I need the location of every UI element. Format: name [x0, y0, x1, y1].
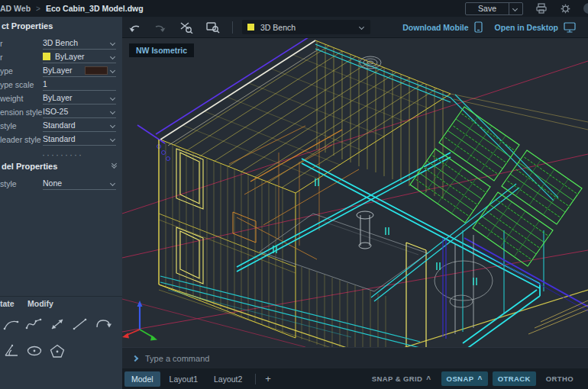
revision-cloud-tool-icon[interactable] [94, 317, 112, 332]
tab-layout1[interactable]: Layout1 [163, 371, 205, 387]
save-button[interactable]: Save [466, 3, 509, 14]
polygon-tool-icon[interactable] [48, 343, 66, 358]
property-row-linetype-scale[interactable]: ype scale 1 [0, 78, 122, 92]
settings-gear-icon[interactable] [560, 3, 571, 14]
chevron-down-icon [359, 24, 364, 30]
breadcrumb-app[interactable]: AD Web [0, 4, 31, 13]
ellipse-tool-icon[interactable] [25, 343, 44, 358]
central-wall-studs [315, 41, 588, 199]
top-bar: AD Web > Eco Cabin_3D Model.dwg Save [0, 0, 588, 17]
breadcrumb-filename[interactable]: Eco Cabin_3D Model.dwg [46, 4, 144, 13]
chevron-down-icon [110, 53, 115, 59]
chevron-down-icon [110, 180, 115, 185]
property-row-layer[interactable]: r 3D Bench [0, 37, 122, 50]
save-split-button: Save [465, 2, 523, 15]
chevron-down-icon [110, 67, 115, 72]
drawing-viewport[interactable]: NW Isometric [122, 38, 588, 347]
property-row-lineweight[interactable]: weight ByLayer [0, 92, 122, 105]
solar-panels [410, 107, 588, 311]
tab-model[interactable]: Model [124, 371, 160, 387]
property-row-color[interactable]: r ByLayer [0, 50, 122, 64]
toggle-snap-grid[interactable]: SNAP & GRID ^ [367, 371, 437, 386]
save-dropdown-button[interactable] [509, 3, 522, 14]
panel-drag-handle[interactable]: ········· [42, 149, 83, 160]
chevron-down-icon [110, 108, 115, 114]
properties-panel: ct Properties r 3D Bench r ByLayer ype B… [0, 17, 122, 389]
tab-annotate[interactable]: tate [0, 299, 15, 308]
property-row-text-style[interactable]: style Standard [0, 119, 122, 133]
command-input-placeholder[interactable]: Type a command [145, 354, 209, 363]
command-bar[interactable]: Type a command [122, 347, 588, 368]
tab-modify[interactable]: Modify [27, 299, 53, 308]
status-bar: Model Layout1 Layout2 + SNAP & GRID ^ OS… [122, 368, 588, 389]
layer-color-swatch [247, 24, 254, 31]
property-row-multileader-style[interactable]: leader style Standard [0, 133, 122, 146]
arc-tool-icon[interactable] [2, 317, 21, 332]
download-mobile-link[interactable]: Download Mobile [402, 21, 482, 33]
white-details [260, 56, 493, 334]
chevron-down-icon [110, 136, 115, 141]
wireframe-drawing [122, 38, 588, 347]
front-wall-studs [159, 243, 588, 347]
breadcrumb-separator: > [36, 5, 40, 13]
toggle-osnap[interactable]: OSNAP ^ [441, 371, 488, 386]
west-wall [159, 140, 296, 338]
panel-hatch [415, 113, 578, 260]
model-properties-title: del Properties [2, 162, 57, 171]
roof-frame [137, 38, 451, 193]
collapse-section-icon[interactable] [112, 163, 116, 168]
linetype-swatch [85, 66, 108, 75]
layer-dropdown[interactable]: 3D Bench [242, 20, 370, 34]
spline-tool-icon[interactable] [25, 317, 44, 332]
drawing-toolbar: 3D Bench Download Mobile Open in Desktop [122, 17, 588, 38]
measure-tool-icon[interactable] [48, 317, 66, 332]
desktop-monitor-icon [564, 22, 576, 33]
color-swatch [43, 53, 50, 60]
account-avatar[interactable] [583, 3, 588, 14]
undo-icon[interactable] [128, 22, 141, 33]
redo-icon[interactable] [153, 22, 166, 33]
autocad-web-app: AD Web > Eco Cabin_3D Model.dwg Save [0, 0, 588, 389]
tab-layout2[interactable]: Layout2 [207, 371, 249, 387]
layer-dropdown-value: 3D Bench [260, 23, 360, 32]
zoom-extents-icon[interactable] [179, 21, 193, 34]
mobile-phone-icon [474, 21, 483, 33]
caret-up-icon: ^ [477, 375, 482, 384]
caret-up-icon: ^ [426, 375, 431, 384]
object-properties-title: ct Properties [2, 21, 53, 31]
property-row-linetype[interactable]: ype ByLayer [0, 64, 122, 78]
chevron-down-icon [110, 122, 115, 127]
add-layout-button[interactable]: + [260, 373, 276, 384]
print-icon[interactable] [535, 3, 548, 14]
property-row-plot-style[interactable]: style None [0, 177, 122, 191]
property-row-dimension-style[interactable]: ension style ISO-25 [0, 105, 122, 119]
chevron-down-icon [110, 40, 115, 45]
line-tool-icon[interactable] [71, 317, 89, 332]
view-cube-label[interactable]: NW Isometric [129, 43, 194, 57]
zoom-window-icon[interactable] [205, 21, 220, 34]
chevron-down-icon [110, 95, 115, 100]
angle-dimension-tool-icon[interactable] [2, 343, 21, 358]
open-in-desktop-link[interactable]: Open in Desktop [495, 22, 576, 33]
command-prompt-icon [132, 355, 138, 361]
toggle-ortho[interactable]: ORTHO [541, 371, 579, 386]
toggle-otrack[interactable]: OTRACK [493, 371, 536, 386]
